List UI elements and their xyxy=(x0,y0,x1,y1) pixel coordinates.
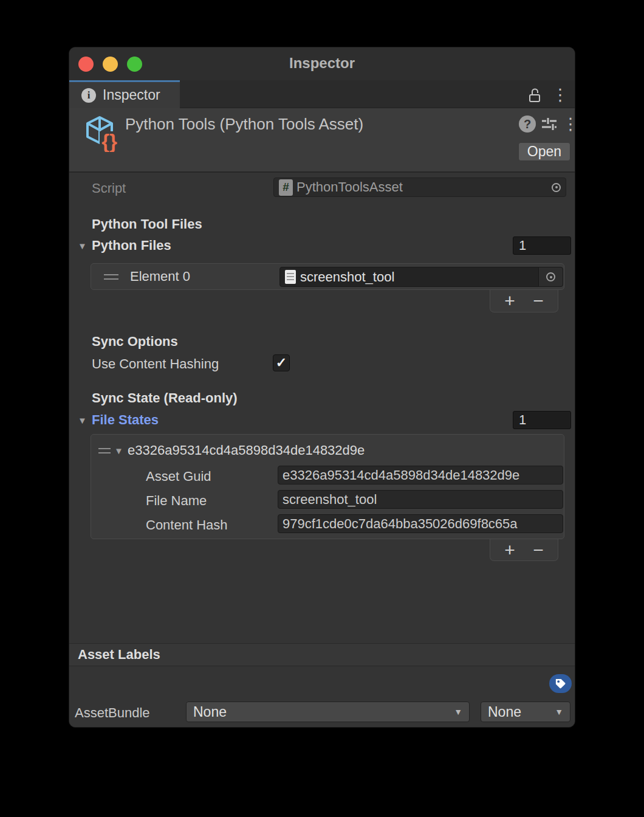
file-states-count-field[interactable]: 1 xyxy=(513,411,571,429)
element-object-field[interactable]: screenshot_tool xyxy=(279,267,563,287)
asset-label-tag-button[interactable] xyxy=(549,674,572,693)
component-title: Python Tools (Python Tools Asset) xyxy=(125,115,363,134)
file-states-footer: + − xyxy=(490,539,558,561)
content-hash-field[interactable]: 979cf1cde0c7da64bba35026d69f8c65a xyxy=(278,514,563,533)
remove-element-button[interactable]: − xyxy=(529,292,547,310)
remove-file-state-button[interactable]: − xyxy=(529,541,547,559)
tab-label: Inspector xyxy=(103,87,160,103)
chevron-down-icon: ▼ xyxy=(454,707,462,717)
assetbundle-dropdown[interactable]: None ▼ xyxy=(186,702,470,722)
object-picker-section[interactable] xyxy=(538,267,563,286)
open-button[interactable]: Open xyxy=(518,142,570,161)
svg-text:{}: {} xyxy=(101,130,117,152)
asset-guid-field[interactable]: e3326a95314cd4a5898d34de14832d9e xyxy=(278,466,563,484)
check-icon: ✓ xyxy=(276,356,287,370)
lock-toggle-button[interactable] xyxy=(525,86,544,104)
component-header: {} Python Tools (Python Tools Asset) ? ⋮… xyxy=(69,108,575,171)
file-name-field[interactable]: screenshot_tool xyxy=(278,490,563,509)
csharp-script-icon: # xyxy=(279,179,293,196)
kebab-icon: ⋮ xyxy=(552,87,569,103)
file-name-label: File Name xyxy=(146,493,207,509)
add-file-state-button[interactable]: + xyxy=(501,541,519,559)
inspector-window: Inspector i Inspector ⋮ xyxy=(69,47,575,728)
presets-icon[interactable] xyxy=(541,116,558,136)
unlock-icon xyxy=(527,87,543,103)
list-footer: + − xyxy=(490,290,558,312)
file-states-label[interactable]: File States xyxy=(92,412,159,428)
python-files-label[interactable]: Python Files xyxy=(92,238,171,253)
chevron-down-icon: ▼ xyxy=(555,707,563,717)
use-content-hashing-label: Use Content Hashing xyxy=(92,356,219,372)
asset-guid-label: Asset Guid xyxy=(146,469,211,484)
python-files-count-field[interactable]: 1 xyxy=(513,236,571,255)
assetbundle-selected: None xyxy=(193,704,227,720)
script-object-field[interactable]: # PythonToolsAsset xyxy=(273,178,566,197)
element-value: screenshot_tool xyxy=(300,269,558,285)
kebab-icon: ⋮ xyxy=(563,116,576,133)
tag-icon xyxy=(555,678,566,689)
add-element-button[interactable]: + xyxy=(501,292,519,310)
object-picker-icon[interactable] xyxy=(552,183,561,192)
python-files-list: Element 0 screenshot_tool xyxy=(91,263,564,290)
content-hash-label: Content Hash xyxy=(146,517,228,533)
help-icon[interactable]: ? xyxy=(519,115,536,133)
foldout-arrow-icon[interactable]: ▼ xyxy=(114,446,123,456)
asset-labels-header[interactable]: Asset Labels xyxy=(69,643,575,666)
use-content-hashing-checkbox[interactable]: ✓ xyxy=(273,354,290,371)
foldout-arrow-icon[interactable]: ▼ xyxy=(78,241,87,251)
foldout-arrow-icon[interactable]: ▼ xyxy=(78,415,87,426)
component-menu-button[interactable]: ⋮ xyxy=(563,115,575,133)
file-state-entry: ▼ e3326a95314cd4a5898d34de14832d9e Asset… xyxy=(91,434,564,539)
python-tools-asset-icon: {} xyxy=(81,114,119,156)
window-title: Inspector xyxy=(69,55,575,72)
inspector-body: Script # PythonToolsAsset Python Tool Fi… xyxy=(69,173,575,728)
tab-bar: i Inspector ⋮ xyxy=(69,80,575,108)
assetbundle-label: AssetBundle xyxy=(75,705,150,721)
python-tool-files-heading: Python Tool Files xyxy=(92,216,202,232)
element-label: Element 0 xyxy=(130,269,190,284)
drag-handle-icon[interactable] xyxy=(104,274,118,280)
info-icon: i xyxy=(81,88,96,103)
text-asset-icon xyxy=(285,270,296,284)
sync-state-heading: Sync State (Read-only) xyxy=(92,390,238,406)
drag-handle-icon[interactable] xyxy=(98,448,111,453)
script-value: PythonToolsAsset xyxy=(296,179,552,195)
list-item: Element 0 screenshot_tool xyxy=(91,264,564,289)
script-label: Script xyxy=(92,181,126,196)
file-state-id[interactable]: e3326a95314cd4a5898d34de14832d9e xyxy=(128,443,365,458)
tab-inspector[interactable]: i Inspector xyxy=(69,80,180,108)
assetbundle-variant-dropdown[interactable]: None ▼ xyxy=(481,702,570,722)
sync-options-heading: Sync Options xyxy=(92,334,178,350)
tab-menu-button[interactable]: ⋮ xyxy=(552,86,568,104)
object-picker-icon xyxy=(546,272,555,281)
assetbundle-variant-selected: None xyxy=(488,704,521,720)
titlebar: Inspector xyxy=(69,47,575,80)
asset-labels-heading: Asset Labels xyxy=(78,647,160,663)
